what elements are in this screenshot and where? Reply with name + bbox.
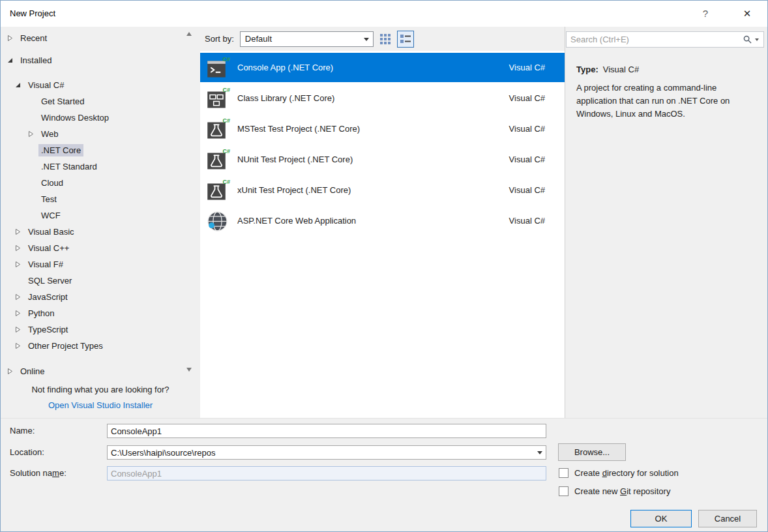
search-box[interactable] — [566, 31, 764, 48]
template-description: A project for creating a command-line ap… — [576, 81, 760, 121]
label-text: Create — [574, 468, 602, 478]
ok-button[interactable]: OK — [630, 510, 692, 527]
template-language: Visual C# — [509, 185, 545, 195]
sidebar-item-cloud[interactable]: Cloud — [1, 175, 200, 191]
tree-label: Visual Basic — [25, 226, 77, 238]
create-directory-checkbox-row[interactable]: Create directory for solution — [559, 468, 679, 478]
template-name: NUnit Test Project (.NET Core) — [237, 155, 353, 164]
sidebar-item-javascript[interactable]: JavaScript — [1, 289, 200, 305]
scroll-down-icon[interactable] — [186, 368, 192, 372]
label-text: irectory for solution — [607, 468, 679, 478]
browse-button[interactable]: Browse... — [558, 443, 626, 461]
template-item-class-library[interactable]: C# Class Library (.NET Core) Visual C# — [200, 83, 565, 113]
tree-label: JavaScript — [25, 291, 70, 303]
location-label: Location: — [10, 445, 44, 460]
help-icon[interactable]: ? — [696, 1, 715, 27]
template-item-mstest[interactable]: C# MSTest Test Project (.NET Core) Visua… — [200, 114, 565, 143]
sidebar-item-python[interactable]: Python — [1, 305, 200, 321]
location-field[interactable] — [107, 445, 546, 460]
list-view-button[interactable] — [397, 31, 414, 48]
expander-collapsed-icon[interactable] — [15, 261, 25, 268]
sidebar-item-visual-fsharp[interactable]: Visual F# — [1, 256, 200, 273]
sidebar-item-net-standard[interactable]: .NET Standard — [1, 158, 200, 175]
close-icon[interactable]: ✕ — [736, 1, 758, 27]
small-icons-view-button[interactable] — [377, 31, 394, 48]
name-field[interactable] — [107, 424, 546, 438]
checkbox-unchecked[interactable] — [559, 486, 569, 496]
label-text: Solution na — [10, 468, 52, 478]
tree-label-selected: .NET Core — [38, 144, 83, 156]
expander-collapsed-icon[interactable] — [15, 326, 25, 333]
expander-collapsed-icon[interactable] — [15, 228, 25, 235]
template-toolbar: Sort by: Default — [200, 27, 565, 51]
sidebar-item-get-started[interactable]: Get Started — [1, 93, 200, 110]
search-input[interactable] — [567, 35, 743, 44]
cancel-button[interactable]: Cancel — [698, 510, 757, 527]
expander-collapsed-icon[interactable] — [15, 244, 25, 252]
template-item-nunit[interactable]: C# NUnit Test Project (.NET Core) Visual… — [200, 145, 565, 174]
tree-label: Visual F# — [25, 258, 66, 271]
sidebar-item-visual-cpp[interactable]: Visual C++ — [1, 240, 200, 256]
create-git-repo-checkbox-row[interactable]: Create new Git repository — [559, 486, 670, 496]
sort-by-dropdown[interactable]: Default — [240, 31, 374, 47]
sidebar-scrollbar[interactable] — [185, 30, 194, 374]
sidebar-item-sql-server[interactable]: SQL Server — [1, 273, 200, 289]
expander-collapsed-icon[interactable] — [15, 293, 25, 301]
expander-collapsed-icon[interactable] — [7, 368, 18, 375]
tree-label: WCF — [38, 209, 63, 222]
tree-label: .NET Standard — [38, 160, 100, 173]
template-name: Console App (.NET Core) — [237, 63, 333, 72]
template-language: Visual C# — [509, 216, 545, 226]
sidebar-item-windows-desktop[interactable]: Windows Desktop — [1, 110, 200, 126]
name-label: Name: — [10, 424, 35, 438]
sidebar-item-web[interactable]: Web — [1, 126, 200, 142]
tree-label: TypeScript — [25, 323, 70, 336]
sidebar-footer: Not finding what you are looking for? Op… — [1, 385, 200, 410]
sort-by-label: Sort by: — [205, 34, 234, 44]
expander-expanded-icon[interactable] — [7, 57, 18, 64]
tree-label: SQL Server — [25, 274, 74, 287]
expander-collapsed-icon[interactable] — [15, 342, 25, 349]
class-library-icon: C# — [207, 87, 230, 110]
label-accel: m — [52, 468, 59, 478]
tree-label: Installed — [18, 54, 54, 66]
search-options-chevron-icon[interactable] — [755, 38, 759, 41]
project-form: Name: Location: Browse... Solution name:… — [1, 418, 768, 532]
chevron-down-icon[interactable] — [537, 451, 542, 454]
tree-label: Recent — [18, 32, 50, 44]
expander-expanded-icon[interactable] — [15, 81, 25, 89]
tree-label: Python — [25, 307, 57, 319]
sidebar-item-installed[interactable]: Installed — [1, 52, 200, 68]
sidebar-item-net-core[interactable]: .NET Core — [1, 142, 200, 158]
console-app-icon: C# — [207, 56, 230, 80]
sidebar-item-visual-csharp[interactable]: Visual C# — [1, 77, 200, 93]
template-name: xUnit Test Project (.NET Core) — [237, 185, 351, 195]
tree-label: Test — [38, 193, 59, 205]
expander-collapsed-icon[interactable] — [7, 35, 18, 42]
csharp-badge: C# — [222, 179, 230, 185]
sidebar-item-other-project-types[interactable]: Other Project Types — [1, 338, 200, 354]
sidebar-item-test[interactable]: Test — [1, 191, 200, 207]
sort-by-value: Default — [245, 34, 272, 44]
sidebar-item-visual-basic[interactable]: Visual Basic — [1, 224, 200, 240]
checkbox-unchecked[interactable] — [559, 468, 569, 478]
search-controls — [743, 35, 763, 44]
template-item-xunit[interactable]: C# xUnit Test Project (.NET Core) Visual… — [200, 175, 565, 205]
template-item-console-app[interactable]: C# Console App (.NET Core) Visual C# — [200, 53, 565, 82]
sidebar-item-recent[interactable]: Recent — [1, 30, 200, 46]
tree-label: Visual C# — [25, 79, 66, 91]
template-language: Visual C# — [509, 93, 545, 103]
expander-collapsed-icon[interactable] — [15, 310, 25, 317]
sidebar-item-online[interactable]: Online — [1, 363, 200, 379]
sidebar-item-typescript[interactable]: TypeScript — [1, 321, 200, 338]
search-icon[interactable] — [743, 35, 752, 44]
open-installer-link[interactable]: Open Visual Studio Installer — [48, 400, 153, 410]
window-title: New Project — [10, 1, 55, 27]
sidebar-item-wcf[interactable]: WCF — [1, 207, 200, 224]
template-item-aspnet-core-web[interactable]: ASP.NET Core Web Application Visual C# — [200, 206, 565, 235]
template-list: C# Console App (.NET Core) Visual C# C# … — [200, 51, 565, 418]
location-combobox[interactable] — [107, 445, 546, 460]
expander-collapsed-icon[interactable] — [28, 130, 38, 138]
scroll-up-icon[interactable] — [186, 32, 192, 36]
solution-name-field[interactable] — [107, 466, 546, 480]
